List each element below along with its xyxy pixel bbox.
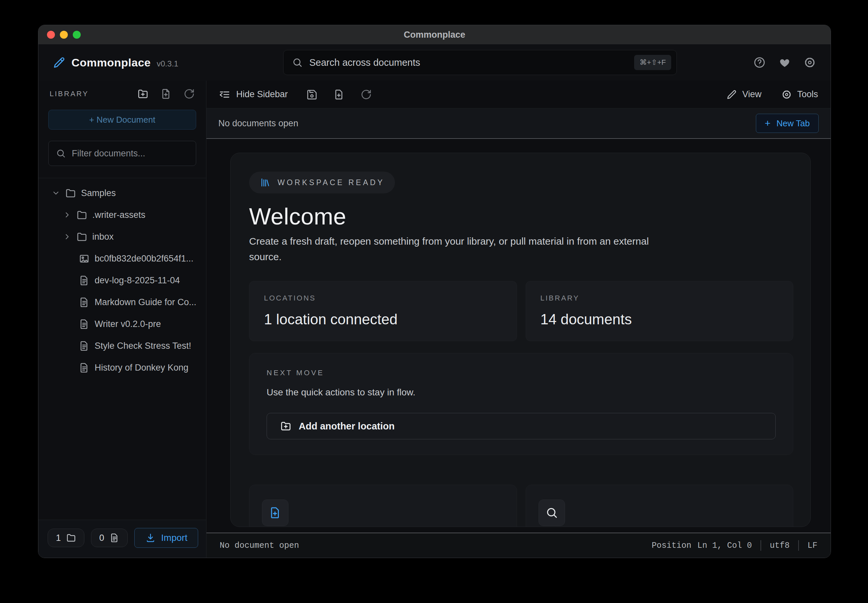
editor-toolbar: Hide Sidebar View xyxy=(206,81,831,108)
folder-icon xyxy=(76,231,87,242)
status-divider xyxy=(798,540,799,551)
minimize-window-button[interactable] xyxy=(60,31,68,39)
global-search[interactable]: ⌘+⇧+F xyxy=(283,50,677,75)
new-tab-button[interactable]: + New Tab xyxy=(756,114,819,133)
traffic-lights xyxy=(47,25,81,44)
refresh-icon[interactable] xyxy=(361,89,372,100)
content-area: WORKSPACE READY Welcome Create a fresh d… xyxy=(206,139,831,533)
new-file-icon[interactable] xyxy=(333,89,345,100)
tree-item-samples[interactable]: Samples xyxy=(39,182,206,204)
app-logo: Commonplace v0.3.1 xyxy=(53,56,178,69)
welcome-description: Create a fresh draft, reopen something f… xyxy=(249,234,676,264)
folder-icon xyxy=(65,188,76,199)
app-header: Commonplace v0.3.1 ⌘+⇧+F xyxy=(39,44,831,81)
tree-item-bc0fb832[interactable]: bc0fb832de00b2f654f1... xyxy=(39,247,206,269)
import-label: Import xyxy=(161,533,187,543)
new-document-quick-card[interactable] xyxy=(249,485,517,527)
zoom-window-button[interactable] xyxy=(73,31,81,39)
icon-tile xyxy=(538,499,565,526)
welcome-panel: WORKSPACE READY Welcome Create a fresh d… xyxy=(230,153,811,527)
header-actions xyxy=(753,56,816,69)
hide-sidebar-label: Hide Sidebar xyxy=(236,89,288,99)
file-text-icon xyxy=(79,362,90,373)
library-value: 14 documents xyxy=(541,311,779,328)
file-text-icon xyxy=(79,319,90,329)
pencil-icon xyxy=(727,89,737,100)
workspace-ready-badge: WORKSPACE READY xyxy=(249,172,395,193)
icon-tile xyxy=(262,499,288,526)
search-icon xyxy=(56,148,66,158)
library-section-label: LIBRARY xyxy=(50,90,88,98)
no-documents-label: No documents open xyxy=(219,118,298,128)
save-icon[interactable] xyxy=(306,89,318,100)
tree-item-history-donkey-kong[interactable]: History of Donkey Kong xyxy=(39,357,206,379)
search-shortcut-badge: ⌘+⇧+F xyxy=(634,55,671,70)
search-quick-card[interactable] xyxy=(525,485,794,527)
search-input[interactable] xyxy=(309,57,628,68)
hide-sidebar-button[interactable]: Hide Sidebar xyxy=(219,89,288,100)
tab-bar: No documents open + New Tab xyxy=(206,108,831,139)
view-menu-button[interactable]: View xyxy=(727,89,761,100)
tree-item-style-check[interactable]: Style Check Stress Test! xyxy=(39,335,206,357)
close-window-button[interactable] xyxy=(47,31,55,39)
new-tab-label: New Tab xyxy=(777,118,810,128)
import-button[interactable]: Import xyxy=(134,528,198,548)
status-encoding[interactable]: utf8 xyxy=(770,541,790,550)
refresh-icon[interactable] xyxy=(184,88,195,99)
main-area: Hide Sidebar View xyxy=(206,81,831,558)
title-bar: Commonplace xyxy=(39,25,831,44)
add-location-button[interactable]: Add another location xyxy=(267,413,776,439)
chevron-down-icon xyxy=(51,189,60,197)
new-document-button[interactable]: + New Document xyxy=(48,110,196,130)
file-text-icon xyxy=(79,275,90,286)
tools-label: Tools xyxy=(797,89,818,99)
panel-collapse-icon xyxy=(219,89,230,100)
window-title: Commonplace xyxy=(404,30,465,40)
download-icon xyxy=(145,533,156,543)
file-text-icon xyxy=(79,297,90,308)
file-text-icon xyxy=(110,533,119,543)
folder-icon xyxy=(66,533,76,543)
tree-item-markdown-guide[interactable]: Markdown Guide for Co... xyxy=(39,291,206,313)
heart-icon[interactable] xyxy=(778,56,791,69)
folder-count: 1 xyxy=(56,533,61,543)
folder-icon xyxy=(76,210,87,221)
help-icon[interactable] xyxy=(753,56,766,69)
search-icon xyxy=(546,506,558,519)
next-move-label: NEXT MOVE xyxy=(267,369,776,377)
folder-plus-icon xyxy=(280,421,291,432)
chevron-right-icon xyxy=(63,210,71,219)
status-eol[interactable]: LF xyxy=(808,541,817,550)
tools-menu-button[interactable]: Tools xyxy=(781,89,818,100)
status-left: No document open xyxy=(220,541,299,550)
tree-item-dev-log[interactable]: dev-log-8-2025-11-04 xyxy=(39,269,206,291)
chevron-right-icon xyxy=(63,232,71,241)
library-sidebar: LIBRARY + New Document xyxy=(39,81,206,558)
status-bar: No document open Position Ln 1, Col 0 ut… xyxy=(206,533,831,558)
folder-count-badge: 1 xyxy=(48,529,84,547)
add-location-label: Add another location xyxy=(299,421,395,432)
tree-item-writer-v020[interactable]: Writer v0.2.0-pre xyxy=(39,313,206,335)
gear-icon[interactable] xyxy=(803,56,816,69)
image-icon xyxy=(79,253,90,264)
locations-value: 1 location connected xyxy=(264,311,502,328)
tree-item-inbox[interactable]: inbox xyxy=(39,226,206,247)
file-text-icon xyxy=(79,340,90,351)
pencil-icon xyxy=(53,56,65,69)
filter-input[interactable] xyxy=(72,148,189,159)
document-count-badge: 0 xyxy=(91,529,128,547)
next-move-description: Use the quick actions to stay in flow. xyxy=(267,387,776,398)
view-label: View xyxy=(742,89,761,99)
tree-item-writer-assets[interactable]: .writer-assets xyxy=(39,204,206,226)
gear-icon xyxy=(781,89,792,100)
locations-stat-card: LOCATIONS 1 location connected xyxy=(249,281,517,341)
filter-documents[interactable] xyxy=(48,141,196,166)
new-folder-icon[interactable] xyxy=(137,88,149,99)
locations-label: LOCATIONS xyxy=(264,294,502,303)
new-file-icon[interactable] xyxy=(160,88,172,99)
welcome-title: Welcome xyxy=(249,203,793,230)
library-books-icon xyxy=(260,177,270,188)
workspace-ready-label: WORKSPACE READY xyxy=(277,178,384,187)
sidebar-footer: 1 0 Import xyxy=(39,520,206,558)
plus-icon: + xyxy=(765,118,771,128)
